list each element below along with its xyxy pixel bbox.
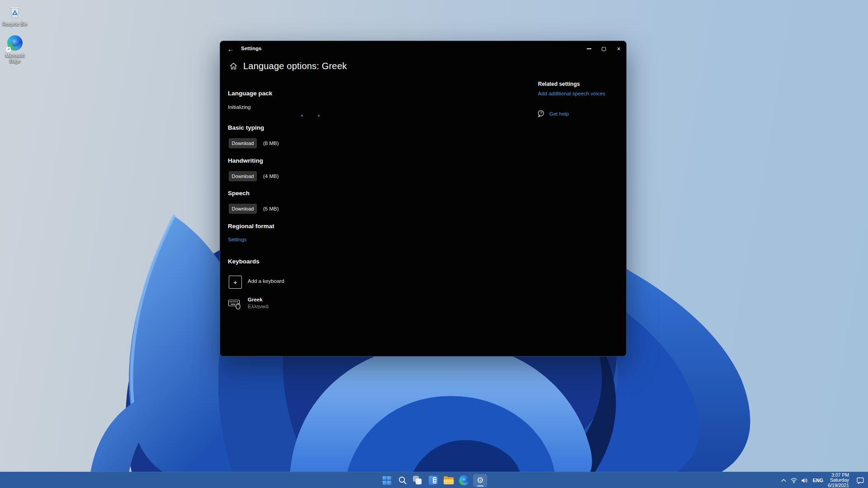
basic-typing-size: (8 MB)	[263, 141, 279, 146]
home-icon	[229, 62, 238, 70]
keyboard-mouse-icon	[228, 298, 241, 312]
section-regional-format: Regional format	[228, 223, 274, 230]
window-title: Settings	[241, 46, 261, 51]
question-glyph: ?	[540, 111, 542, 115]
wifi-icon	[790, 478, 797, 483]
section-language-pack: Language pack	[228, 90, 272, 97]
settings-window: ← Settings × Language options: Greek Lan…	[220, 41, 627, 357]
minimize-button[interactable]	[581, 41, 596, 56]
desktop-icon-label: Recycle Bin	[0, 21, 30, 27]
speaker-icon	[801, 478, 808, 483]
keyboard-subtitle: Ελληνικά	[248, 304, 269, 309]
tray-chevron-button[interactable]	[781, 478, 787, 483]
close-button[interactable]: ×	[611, 41, 626, 56]
add-speech-voices-link[interactable]: Add additional speech voices	[538, 91, 605, 96]
section-speech: Speech	[228, 190, 250, 197]
desktop-icon-label: Microsoft Edge	[0, 53, 30, 64]
tray-network-button[interactable]	[790, 478, 797, 483]
tray-volume-button[interactable]	[801, 478, 808, 483]
edge-icon	[459, 475, 469, 485]
clock[interactable]: 3:07 PM Saturday 6/19/2021	[828, 473, 849, 488]
settings-app-button[interactable]: ⚙	[473, 474, 487, 487]
close-icon: ×	[617, 45, 620, 52]
desktop-icon-microsoft-edge[interactable]: ↗ Microsoft Edge	[0, 34, 30, 64]
section-handwriting: Handwriting	[228, 157, 263, 164]
back-arrow-icon: ←	[227, 45, 234, 53]
file-explorer-button[interactable]	[443, 474, 455, 487]
regional-format-settings-link[interactable]: Settings	[228, 237, 247, 242]
maximize-icon	[602, 47, 606, 51]
gear-icon: ⚙	[476, 476, 484, 484]
desktop-icon-recycle-bin[interactable]: Recycle Bin	[0, 3, 30, 27]
notification-center-button[interactable]	[856, 477, 864, 484]
task-view-button[interactable]	[412, 474, 424, 487]
download-basic-typing-button[interactable]: Download	[229, 138, 257, 148]
back-button[interactable]: ←	[224, 42, 237, 55]
start-button[interactable]	[381, 474, 393, 487]
section-basic-typing: Basic typing	[228, 124, 264, 131]
window-titlebar[interactable]: ← Settings ×	[220, 41, 626, 56]
plus-icon: +	[233, 278, 237, 286]
maximize-button[interactable]	[596, 41, 611, 56]
search-button[interactable]	[396, 474, 409, 487]
shortcut-arrow-icon: ↗	[6, 47, 11, 52]
download-speech-button[interactable]: Download	[229, 204, 257, 214]
handwriting-size: (4 MB)	[263, 174, 279, 179]
add-keyboard-label[interactable]: Add a keyboard	[248, 278, 284, 284]
help-bubble-icon: ?	[537, 110, 545, 117]
chevron-up-icon	[781, 478, 787, 483]
page-title: Language options: Greek	[243, 61, 347, 71]
progress-dot	[301, 115, 303, 117]
section-keyboards: Keyboards	[228, 258, 259, 265]
add-keyboard-button[interactable]: +	[229, 276, 242, 289]
speech-size: (5 MB)	[263, 206, 279, 211]
notification-icon	[856, 477, 864, 484]
get-help[interactable]: ? Get help	[537, 110, 569, 117]
related-settings-heading: Related settings	[538, 81, 580, 87]
input-language-button[interactable]: ENG	[812, 478, 825, 483]
search-icon	[398, 476, 407, 485]
windows-logo-icon	[383, 476, 392, 485]
get-help-link[interactable]: Get help	[549, 111, 569, 117]
widgets-button[interactable]	[427, 474, 439, 487]
minimize-icon	[587, 48, 591, 49]
download-handwriting-button[interactable]: Download	[229, 171, 257, 181]
clock-date: 6/19/2021	[828, 483, 849, 488]
folder-icon	[443, 476, 453, 485]
edge-button[interactable]	[458, 474, 470, 487]
widgets-icon	[429, 476, 438, 485]
language-pack-status: Initializing	[228, 104, 251, 110]
active-app-indicator	[477, 485, 483, 487]
recycle-bin-icon	[7, 3, 23, 19]
keyboard-name: Greek	[248, 297, 263, 302]
taskbar: ⚙ ENG 3:07 PM Sa	[0, 472, 868, 488]
progress-dot	[318, 115, 320, 117]
